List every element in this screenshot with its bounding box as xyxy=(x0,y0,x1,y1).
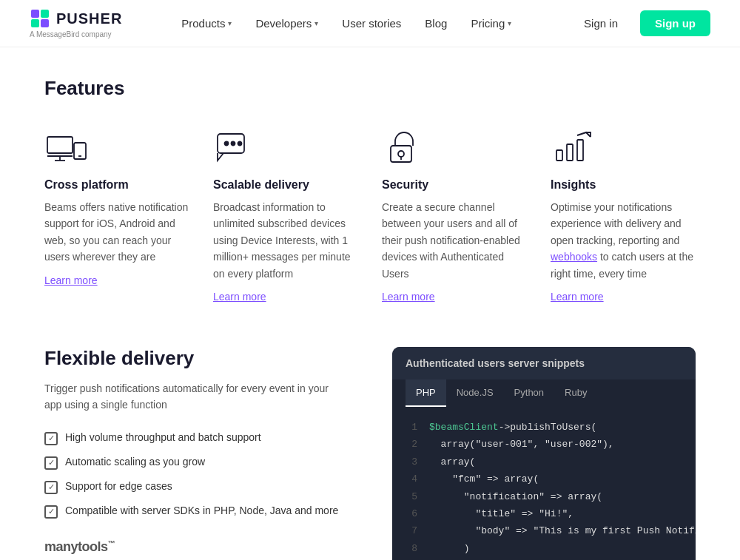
flexible-desc: Trigger push notifications automatically… xyxy=(44,380,348,414)
nav-pricing[interactable]: Pricing ▾ xyxy=(460,11,522,36)
feature-cross-platform: Cross platform Beams offers native notif… xyxy=(44,129,189,303)
features-grid: Cross platform Beams offers native notif… xyxy=(44,129,696,303)
feature-desc-security: Create a secure channel between your use… xyxy=(382,199,527,282)
svg-rect-19 xyxy=(577,140,583,161)
svg-rect-4 xyxy=(47,137,73,153)
checklist-label: High volume throughput and batch support xyxy=(65,431,261,443)
nav-products[interactable]: Products ▾ xyxy=(171,11,242,36)
flexible-left: Flexible delivery Trigger push notificat… xyxy=(44,347,348,555)
signin-button[interactable]: Sign in xyxy=(571,11,631,36)
nav-actions: Sign in Sign up xyxy=(571,10,710,36)
webhooks-link[interactable]: webhooks xyxy=(551,251,597,263)
tab-ruby[interactable]: Ruby xyxy=(554,379,597,407)
chevron-down-icon: ▾ xyxy=(314,19,318,27)
svg-rect-2 xyxy=(31,19,39,27)
svg-point-11 xyxy=(225,142,229,146)
checklist: High volume throughput and batch support… xyxy=(44,431,348,519)
feature-title-scalable: Scalable delivery xyxy=(213,178,358,192)
learn-more-cross[interactable]: Learn more xyxy=(44,274,189,286)
feature-title-security: Security xyxy=(382,178,527,192)
code-panel-header: Authenticated users server snippets xyxy=(392,347,696,379)
code-panel: Authenticated users server snippets PHP … xyxy=(392,347,696,560)
feature-desc-cross: Beams offers native notification support… xyxy=(44,199,189,266)
check-icon xyxy=(44,432,58,445)
svg-point-13 xyxy=(238,142,242,146)
tab-python[interactable]: Python xyxy=(504,379,554,407)
checklist-item: Compatible with server SDKs in PHP, Node… xyxy=(44,505,348,519)
learn-more-scalable[interactable]: Learn more xyxy=(213,291,358,303)
nav-developers[interactable]: Developers ▾ xyxy=(245,11,329,36)
code-line: 5 "notification" => array( xyxy=(406,488,682,505)
code-line: 6 "title" => "Hi!", xyxy=(406,505,682,522)
lock-icon xyxy=(382,129,426,166)
check-icon xyxy=(44,456,58,470)
nav-links: Products ▾ Developers ▾ User stories Blo… xyxy=(171,11,522,36)
learn-more-insights[interactable]: Learn more xyxy=(551,291,696,303)
feature-title-cross: Cross platform xyxy=(44,178,189,192)
learn-more-security[interactable]: Learn more xyxy=(382,291,527,303)
features-section: Features Cross platform Beams offers nat… xyxy=(44,77,696,303)
checklist-label: Compatible with server SDKs in PHP, Node… xyxy=(65,505,338,516)
feature-security: Security Create a secure channel between… xyxy=(382,129,527,303)
svg-point-12 xyxy=(232,142,235,146)
code-line: 2 array("user-001", "user-002"), xyxy=(406,436,682,453)
chart-icon xyxy=(551,129,595,166)
code-line: 7 "body" => "This is my first Push Notif… xyxy=(406,522,682,539)
feature-desc-insights: Optimise your notifications experience w… xyxy=(551,199,696,282)
logo[interactable]: PUSHER A MessageBird company xyxy=(30,8,122,38)
checklist-item: High volume throughput and batch support xyxy=(44,431,348,445)
feature-scalable: Scalable delivery Broadcast information … xyxy=(213,129,358,303)
devices-icon xyxy=(44,129,89,166)
checklist-label: Support for edge cases xyxy=(65,480,172,492)
flexible-section: Flexible delivery Trigger push notificat… xyxy=(44,347,696,560)
tab-nodejs[interactable]: Node.JS xyxy=(446,379,504,407)
chevron-down-icon: ▾ xyxy=(508,19,511,27)
code-body: 1$beamsClient->publishToUsers( 2 array("… xyxy=(392,407,696,560)
logo-text: PUSHER xyxy=(56,10,122,27)
code-tabs: PHP Node.JS Python Ruby xyxy=(392,379,696,407)
navbar: PUSHER A MessageBird company Products ▾ … xyxy=(0,0,740,47)
checklist-item: Automatic scaling as you grow xyxy=(44,456,348,470)
code-line: 8 ) xyxy=(406,540,682,557)
svg-rect-17 xyxy=(556,150,562,161)
tab-php[interactable]: PHP xyxy=(406,379,446,407)
code-line: 1$beamsClient->publishToUsers( xyxy=(406,419,682,436)
features-title: Features xyxy=(44,77,696,100)
nav-user-stories[interactable]: User stories xyxy=(332,11,411,36)
logo-icon xyxy=(30,8,50,29)
feature-title-insights: Insights xyxy=(551,178,696,192)
svg-rect-1 xyxy=(41,10,49,18)
nav-blog[interactable]: Blog xyxy=(414,11,457,36)
svg-rect-18 xyxy=(567,144,573,161)
feature-desc-scalable: Broadcast information to unlimited subsc… xyxy=(213,199,358,282)
checklist-item: Support for edge cases xyxy=(44,480,348,494)
feature-insights: Insights Optimise your notifications exp… xyxy=(551,129,696,303)
code-line: 4 "fcm" => array( xyxy=(406,470,682,488)
chevron-down-icon: ▾ xyxy=(228,19,232,27)
manytools-logo: manytools™ xyxy=(44,539,348,555)
svg-rect-3 xyxy=(41,19,49,27)
check-icon xyxy=(44,481,58,494)
check-icon xyxy=(44,505,58,519)
checklist-label: Automatic scaling as you grow xyxy=(65,456,205,468)
trademark-symbol: ™ xyxy=(108,539,115,547)
logo-subtitle: A MessageBird company xyxy=(30,30,122,38)
flexible-title: Flexible delivery xyxy=(44,347,348,370)
signup-button[interactable]: Sign up xyxy=(640,10,710,36)
svg-point-15 xyxy=(398,151,404,157)
chat-icon xyxy=(213,129,258,166)
code-line: 9 ), xyxy=(406,557,682,560)
svg-rect-0 xyxy=(31,10,39,18)
code-line: 3 array( xyxy=(406,453,682,470)
